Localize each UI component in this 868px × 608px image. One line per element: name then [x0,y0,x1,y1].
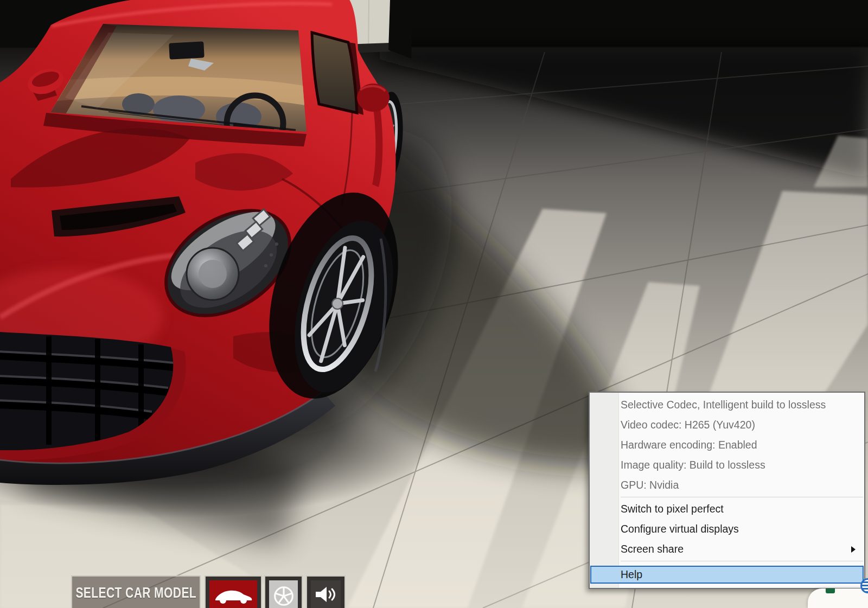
menu-item-configure-virtual-displays[interactable]: Configure virtual displays [590,519,864,539]
speaker-icon [314,585,339,604]
menu-item-switch-to-pixel-perfect[interactable]: Switch to pixel perfect [590,499,864,519]
rearview-mirror [169,41,204,59]
submenu-arrow-icon [851,546,856,553]
menu-status-video-codec: Video codec: H265 (Yuv420) [590,415,864,435]
alloy-wheel-icon [272,585,295,607]
menu-item-screen-share[interactable]: Screen share [590,539,864,559]
wheels-tile [269,580,298,608]
menu-status-codec: Selective Codec, Intelligent build to lo… [590,395,864,415]
wheels-button[interactable] [264,575,303,608]
audio-button[interactable] [306,575,346,608]
menu-status-image-quality: Image quality: Build to lossless [590,455,864,475]
corner-widget-green-tab [826,588,835,593]
menu-status-gpu: GPU: Nvidia [590,475,864,495]
remote-session-context-menu: Selective Codec, Intelligent build to lo… [589,392,865,589]
select-car-model-label: SELECT CAR MODEL [75,585,196,605]
menu-separator [621,561,863,561]
car-right-mirror [357,84,390,112]
car-silhouette-icon [212,585,254,606]
corner-widget-card [808,588,868,608]
menu-item-screen-share-label: Screen share [621,543,684,555]
audio-tile [311,580,341,608]
car-model-button[interactable] [205,575,262,608]
menu-status-hardware-encoding: Hardware encoding: Enabled [590,435,864,455]
car-model-tile [209,580,257,608]
select-car-model-button[interactable]: SELECT CAR MODEL [71,575,201,608]
menu-item-help[interactable]: Help [590,566,864,584]
menu-separator [621,497,863,497]
